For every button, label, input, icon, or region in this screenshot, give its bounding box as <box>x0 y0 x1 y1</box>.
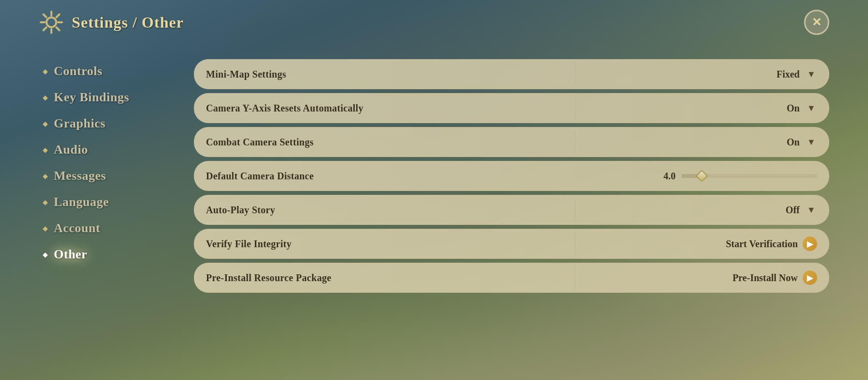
sidebar-item-controls[interactable]: ◆ Controls <box>39 59 174 83</box>
sidebar-item-graphics[interactable]: ◆ Graphics <box>39 111 174 136</box>
slider-thumb-camera-distance[interactable] <box>695 170 708 182</box>
verify-file-action-icon[interactable]: ▶ <box>803 237 817 251</box>
setting-value-area-camera-y-axis: On ▼ <box>720 102 817 114</box>
svg-line-8 <box>44 28 47 31</box>
pre-install-action-icon[interactable]: ▶ <box>803 270 817 285</box>
setting-value-area-auto-play: Off ▼ <box>720 204 817 216</box>
svg-line-5 <box>44 15 47 17</box>
sidebar-item-language[interactable]: ◆ Language <box>39 190 174 214</box>
svg-line-7 <box>57 15 60 17</box>
setting-row-mini-map[interactable]: Mini-Map Settings Fixed ▼ <box>194 59 829 89</box>
sidebar-label-messages: Messages <box>54 169 106 183</box>
dropdown-arrow-combat-camera[interactable]: ▼ <box>805 136 817 148</box>
setting-value-area-pre-install: Pre-Install Now ▶ <box>720 270 817 285</box>
dropdown-arrow-camera-y-axis[interactable]: ▼ <box>805 102 817 114</box>
setting-row-verify-file[interactable]: Verify File Integrity Start Verification… <box>194 229 829 259</box>
sidebar-label-controls: Controls <box>54 64 102 79</box>
setting-label-camera-distance: Default Camera Distance <box>206 171 512 182</box>
bullet-messages: ◆ <box>43 172 48 180</box>
setting-value-area-verify-file: Start Verification ▶ <box>720 237 817 251</box>
setting-value-mini-map: Fixed <box>776 69 800 80</box>
setting-label-mini-map: Mini-Map Settings <box>206 69 720 80</box>
divider-verify-file <box>575 232 575 255</box>
setting-value-camera-y-axis: On <box>787 103 800 114</box>
bullet-other: ◆ <box>43 251 48 259</box>
pre-install-value: Pre-Install Now <box>732 272 798 284</box>
verify-file-value: Start Verification <box>726 238 798 250</box>
content-area: ◆ Controls ◆ Key Bindings ◆ Graphics ◆ A… <box>39 54 829 352</box>
setting-row-combat-camera[interactable]: Combat Camera Settings On ▼ <box>194 127 829 157</box>
sidebar-item-messages[interactable]: ◆ Messages <box>39 164 174 188</box>
sidebar-label-language: Language <box>54 195 109 209</box>
setting-row-camera-distance[interactable]: Default Camera Distance 4.0 <box>194 161 829 191</box>
bullet-audio: ◆ <box>43 146 48 154</box>
setting-label-camera-y-axis: Camera Y-Axis Resets Automatically <box>206 103 720 114</box>
divider-camera-y-axis <box>575 96 575 120</box>
setting-label-pre-install: Pre-Install Resource Package <box>206 272 720 284</box>
page-title: Settings / Other <box>72 14 184 32</box>
slider-track-camera-distance[interactable] <box>681 174 817 178</box>
bullet-key-bindings: ◆ <box>43 94 48 102</box>
slider-container-camera-distance: 4.0 <box>512 171 818 182</box>
divider-combat-camera <box>575 130 575 154</box>
sidebar-label-audio: Audio <box>54 142 88 157</box>
bullet-graphics: ◆ <box>43 120 48 128</box>
setting-value-combat-camera: On <box>787 137 800 148</box>
sidebar-label-other: Other <box>54 247 87 262</box>
settings-panel: Settings / Other ✕ ◆ Controls ◆ Key Bind… <box>39 5 829 341</box>
bullet-controls: ◆ <box>43 67 48 76</box>
sidebar-item-other[interactable]: ◆ Other <box>39 242 174 267</box>
divider-mini-map <box>575 63 575 86</box>
bullet-language: ◆ <box>43 198 48 206</box>
setting-value-area-mini-map: Fixed ▼ <box>720 68 817 80</box>
sidebar-label-key-bindings: Key Bindings <box>54 90 129 105</box>
slider-value-camera-distance: 4.0 <box>656 171 676 182</box>
svg-point-0 <box>47 17 56 27</box>
dropdown-arrow-auto-play[interactable]: ▼ <box>805 204 817 216</box>
sidebar-label-account: Account <box>54 221 100 236</box>
sidebar-item-audio[interactable]: ◆ Audio <box>39 138 174 162</box>
setting-value-area-combat-camera: On ▼ <box>720 136 817 148</box>
header: Settings / Other <box>39 5 829 40</box>
sidebar-item-key-bindings[interactable]: ◆ Key Bindings <box>39 85 174 110</box>
setting-row-auto-play[interactable]: Auto-Play Story Off ▼ <box>194 195 829 225</box>
setting-label-auto-play: Auto-Play Story <box>206 205 720 216</box>
setting-label-verify-file: Verify File Integrity <box>206 238 720 250</box>
setting-label-combat-camera: Combat Camera Settings <box>206 137 720 148</box>
settings-main: Mini-Map Settings Fixed ▼ Camera Y-Axis … <box>194 54 829 352</box>
setting-action-pre-install: Pre-Install Now ▶ <box>732 270 817 285</box>
dropdown-arrow-mini-map[interactable]: ▼ <box>805 68 817 80</box>
setting-value-auto-play: Off <box>786 205 800 216</box>
divider-auto-play <box>575 198 575 222</box>
setting-action-verify-file: Start Verification ▶ <box>726 237 817 251</box>
bullet-account: ◆ <box>43 224 48 233</box>
setting-row-camera-y-axis[interactable]: Camera Y-Axis Resets Automatically On ▼ <box>194 93 829 123</box>
sidebar-label-graphics: Graphics <box>54 116 106 131</box>
divider-pre-install <box>575 266 575 289</box>
setting-row-pre-install[interactable]: Pre-Install Resource Package Pre-Install… <box>194 263 829 293</box>
close-button[interactable]: ✕ <box>804 10 829 35</box>
gear-icon <box>39 10 64 35</box>
sidebar-item-account[interactable]: ◆ Account <box>39 216 174 240</box>
sidebar: ◆ Controls ◆ Key Bindings ◆ Graphics ◆ A… <box>39 54 174 352</box>
svg-line-6 <box>57 28 60 31</box>
